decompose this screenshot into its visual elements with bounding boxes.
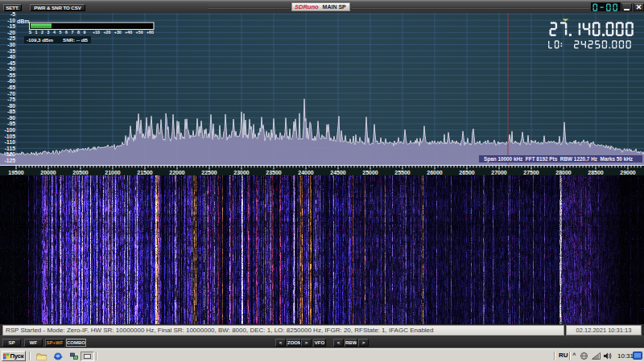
svg-text:+50: +50: [136, 30, 143, 35]
svg-text:5: 5: [60, 30, 62, 35]
svg-text:23500: 23500: [266, 170, 282, 175]
svg-text:7: 7: [72, 30, 74, 35]
svg-text:-15: -15: [7, 23, 15, 29]
svg-text:-95: -95: [7, 121, 15, 126]
svg-text:-85: -85: [7, 109, 15, 114]
svg-text:9: 9: [84, 30, 86, 35]
svg-text:22000: 22000: [169, 170, 185, 175]
svg-text:-105: -105: [4, 134, 15, 139]
svg-text:25000: 25000: [362, 170, 378, 175]
svg-text:-50: -50: [7, 66, 15, 72]
svg-text:23000: 23000: [233, 170, 250, 175]
svg-text:-60: -60: [7, 78, 15, 84]
svg-text:24500: 24500: [330, 170, 346, 175]
svg-text:-30: -30: [7, 42, 15, 47]
svg-text:-125: -125: [4, 158, 15, 163]
svg-text:+30: +30: [114, 30, 122, 35]
svg-text:6: 6: [65, 30, 68, 35]
svg-text:+40: +40: [125, 30, 132, 35]
svg-text:24000: 24000: [298, 170, 314, 175]
svg-text:19500: 19500: [8, 170, 24, 175]
svg-text:1: 1: [35, 30, 38, 35]
svg-text:-10: -10: [7, 18, 15, 23]
svg-text:8: 8: [77, 30, 80, 35]
svg-text:-35: -35: [7, 48, 15, 54]
svg-text:21500: 21500: [137, 170, 153, 175]
svg-text:2: 2: [41, 30, 43, 35]
svg-text:-100: -100: [4, 127, 15, 133]
svg-text:22500: 22500: [201, 170, 217, 175]
svg-text:-110: -110: [5, 139, 15, 145]
svg-text:dBm: dBm: [17, 19, 30, 24]
svg-text:-55: -55: [7, 72, 15, 78]
svg-text:-25: -25: [7, 35, 15, 41]
svg-text:-70: -70: [7, 91, 15, 97]
svg-text:SNR: -- dB: SNR: -- dB: [63, 37, 88, 43]
svg-text:-120: -120: [4, 151, 15, 157]
svg-text:-115: -115: [5, 146, 15, 151]
svg-text:+20: +20: [103, 30, 110, 35]
svg-text:26500: 26500: [459, 170, 475, 175]
svg-text:-40: -40: [7, 54, 15, 60]
svg-text:26000: 26000: [427, 170, 443, 175]
svg-text:-80: -80: [7, 103, 15, 109]
svg-text:21000: 21000: [105, 170, 121, 175]
svg-text:25500: 25500: [394, 170, 411, 175]
svg-text:+60: +60: [147, 30, 154, 35]
svg-text:-20: -20: [7, 30, 15, 35]
svg-text:-90: -90: [7, 115, 15, 121]
svg-text:Span 10000 kHz FFT 8192 Pts: Span 10000 kHz FFT 8192 Pts RBW 1220.7 H…: [484, 156, 633, 162]
svg-text:28500: 28500: [588, 170, 604, 175]
svg-text:27500: 27500: [523, 170, 539, 175]
svg-text:29000: 29000: [620, 170, 636, 175]
svg-text:4: 4: [53, 30, 56, 35]
svg-text:28000: 28000: [555, 170, 572, 175]
svg-text:-75: -75: [7, 97, 15, 102]
svg-text:-65: -65: [7, 84, 15, 90]
svg-text:-5: -5: [10, 11, 15, 17]
svg-text:27000: 27000: [491, 170, 507, 175]
svg-text:3: 3: [47, 30, 50, 35]
svg-text:S: S: [29, 30, 32, 35]
svg-text:+10: +10: [93, 30, 100, 35]
svg-text:20500: 20500: [72, 170, 89, 175]
svg-text:20000: 20000: [40, 170, 56, 175]
svg-text:-45: -45: [7, 60, 15, 66]
svg-text:-109,3 dBm: -109,3 dBm: [27, 37, 54, 43]
